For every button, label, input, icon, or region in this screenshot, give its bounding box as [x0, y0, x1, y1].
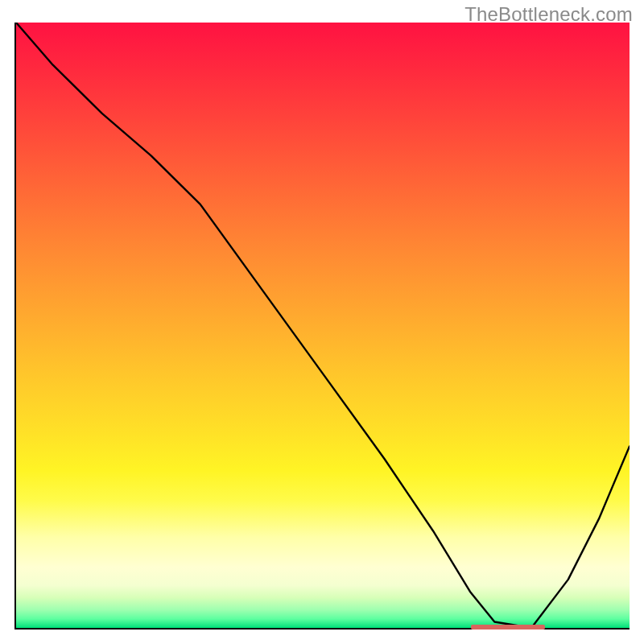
curve-path: [16, 23, 630, 628]
valley-flat-segment: [471, 625, 545, 630]
curve-layer: [16, 23, 630, 628]
chart-stage: TheBottleneck.com: [0, 0, 644, 644]
plot-area: [14, 23, 630, 630]
